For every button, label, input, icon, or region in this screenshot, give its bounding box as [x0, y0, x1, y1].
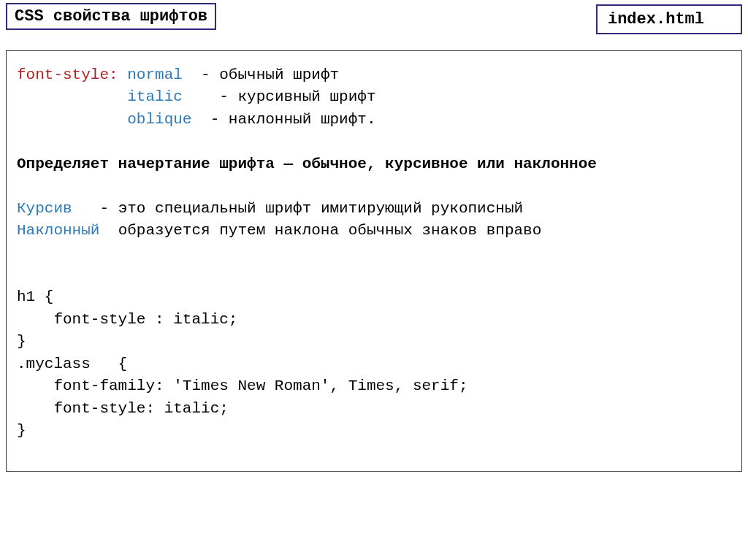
css-value-italic: italic — [127, 88, 183, 105]
filename: index.html — [608, 10, 704, 28]
content-panel: font-style: normal - обычный шрифт itali… — [6, 50, 742, 472]
code-line-5: font-family: 'Times New Roman', Times, s… — [17, 377, 468, 394]
desc-normal: - обычный шрифт — [183, 66, 339, 83]
code-line-2: font-style : italic; — [17, 311, 237, 328]
code-line-4: .myclass { — [17, 356, 127, 372]
css-property: font-style: — [17, 66, 118, 83]
code-line-6: font-style: italic; — [17, 400, 229, 417]
term-italic: Курсив — [17, 200, 72, 217]
code-line-7: } — [17, 422, 26, 439]
desc-italic: - курсивный шрифт — [183, 88, 376, 105]
desc-oblique: - наклонный шрифт. — [191, 111, 375, 128]
page-title: CSS свойства шрифтов — [15, 7, 207, 26]
filename-box: index.html — [596, 4, 742, 34]
code-line-1: h1 { — [17, 288, 53, 305]
title-box: CSS свойства шрифтов — [6, 3, 216, 30]
code-line-3: } — [17, 333, 26, 350]
term-italic-desc: - это специальный шрифт имитирующий руко… — [72, 200, 524, 217]
term-oblique-desc: образуется путем наклона обычных знаков … — [99, 222, 541, 239]
css-value-oblique: oblique — [127, 111, 191, 128]
css-value-normal: normal — [127, 66, 183, 83]
term-oblique: Наклонный — [17, 222, 99, 239]
header: CSS свойства шрифтов index.html — [0, 0, 748, 34]
summary-text: Определяет начертание шрифта — обычное, … — [17, 156, 597, 172]
